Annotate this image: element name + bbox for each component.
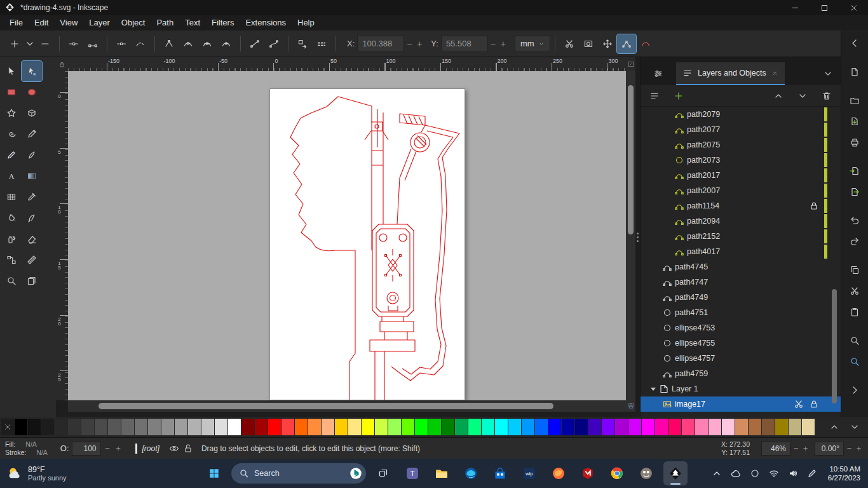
delete-segment-button[interactable] [131, 34, 150, 53]
tool-pages[interactable] [22, 271, 42, 291]
artwork-drawing[interactable] [270, 89, 466, 400]
layer-lock-icon[interactable] [181, 442, 195, 456]
swatch-282828[interactable] [55, 419, 67, 435]
swatch-0000a0[interactable] [562, 419, 574, 435]
swatch-ffcc00[interactable] [335, 419, 348, 435]
close-button[interactable] [839, 0, 868, 15]
taskbar-app-firefox[interactable] [546, 461, 571, 485]
swatch-0099ff[interactable] [522, 419, 534, 435]
display-properties-tab[interactable] [641, 62, 676, 85]
stroke-to-path-button[interactable] [312, 34, 331, 53]
zoom-page-button[interactable] [846, 353, 864, 370]
layer-row-ellipse4757[interactable]: ellipse4757 [641, 351, 841, 366]
layer-row-path4759[interactable]: path4759 [641, 366, 841, 381]
taskbar-app-task-view[interactable] [371, 461, 395, 485]
swatch-008000[interactable] [442, 419, 454, 435]
weather-widget[interactable]: 89°F Partly sunny [0, 465, 95, 482]
new-document-button[interactable] [846, 63, 864, 81]
swatch-00ccff[interactable] [508, 419, 521, 435]
tool-ellipse[interactable] [22, 82, 42, 102]
taskbar-app-edge[interactable] [459, 461, 483, 485]
import-image-button[interactable] [846, 162, 864, 180]
swatch-4000bf[interactable] [588, 419, 601, 435]
tool-text[interactable]: A [1, 166, 22, 186]
swatch-0066ff[interactable] [535, 419, 548, 435]
fill-stroke-indicator[interactable]: Fill:N/A Stroke:N/A [5, 440, 48, 457]
opacity-field[interactable]: 100 [72, 442, 101, 456]
ruler-lock-icon[interactable] [56, 57, 68, 71]
layer-row-ellipse4755[interactable]: ellipse4755 [641, 336, 841, 351]
layer-row-path4745[interactable]: path4745 [641, 259, 841, 274]
show-bezier-handles-button[interactable] [617, 34, 636, 53]
swatch-99ff55[interactable] [388, 419, 401, 435]
layer-row-path2017[interactable]: path2017 [641, 168, 841, 183]
swatch-aa6b3f[interactable] [749, 419, 761, 435]
menu-edit[interactable]: Edit [29, 15, 54, 30]
swatch-805533[interactable] [762, 419, 775, 435]
horizontal-ruler[interactable]: -150-100-50050100150200250300 [68, 57, 626, 71]
tool-node[interactable] [22, 61, 42, 81]
swatch-ffe680[interactable] [348, 419, 361, 435]
tool-pen[interactable] [1, 145, 22, 165]
clip-icon[interactable] [794, 399, 804, 409]
swatch-575757[interactable] [108, 419, 121, 435]
opacity-increase-button[interactable]: + [114, 444, 123, 453]
minimize-button[interactable] [780, 0, 810, 15]
line-segment-button[interactable] [245, 34, 264, 53]
menu-file[interactable]: File [4, 15, 29, 30]
save-document-button[interactable] [846, 112, 864, 130]
dock-menu-button[interactable] [815, 62, 841, 85]
curve-segment-button[interactable] [264, 34, 283, 53]
units-dropdown[interactable]: mm [515, 36, 550, 52]
rotation-increase-button[interactable]: + [855, 444, 863, 453]
swatch-ff80b3[interactable] [695, 419, 708, 435]
rotation-decrease-button[interactable]: − [845, 444, 853, 453]
layer-row-path2077[interactable]: path2077 [641, 122, 841, 137]
y-coordinate-decrease-button[interactable]: − [488, 39, 498, 49]
swatch-000080[interactable] [575, 419, 588, 435]
swatch-9e9e9e[interactable] [175, 419, 187, 435]
tool-dropper[interactable] [22, 187, 42, 207]
layer-row-ellipse4753[interactable]: ellipse4753 [641, 320, 841, 336]
swatch-ffff00[interactable] [362, 419, 374, 435]
ruler-corner-button[interactable] [626, 57, 635, 71]
zoom-decrease-button[interactable]: − [792, 444, 800, 453]
menu-layer[interactable]: Layer [83, 15, 116, 30]
swatch-ffffff[interactable] [228, 419, 241, 435]
tool-tweak[interactable] [22, 208, 42, 228]
swatch-717171[interactable] [135, 419, 147, 435]
panel-resize-grip[interactable] [635, 229, 640, 245]
swatch-aa00d4[interactable] [615, 419, 628, 435]
tab-layers-and-objects[interactable]: Layers and Objects [676, 62, 785, 85]
swatch-b1b1b1[interactable] [188, 419, 201, 435]
swatch-ff8c3a[interactable] [308, 419, 321, 435]
swatch-ff0000[interactable] [268, 419, 281, 435]
delete-item-button[interactable] [819, 88, 834, 104]
swatch-dedede[interactable] [215, 419, 227, 435]
insert-node-menu-button[interactable] [24, 34, 36, 53]
menu-extensions[interactable]: Extensions [240, 15, 292, 30]
tool-mesh[interactable] [1, 187, 22, 207]
tool-gradient[interactable] [22, 166, 42, 186]
layer-row-Layer 1[interactable]: Layer 1 [641, 381, 841, 396]
swatch-ff4040[interactable] [281, 419, 294, 435]
swatch-c5c5c5[interactable] [201, 419, 214, 435]
tray-tray-chevron-icon[interactable] [709, 464, 725, 483]
zoom-drawing-button[interactable] [846, 332, 864, 349]
swatch-d38d5f[interactable] [735, 419, 748, 435]
opacity-decrease-button[interactable]: − [104, 444, 112, 453]
move-up-button[interactable] [771, 88, 786, 104]
add-layer-button[interactable] [671, 88, 686, 104]
swatch-ff00aa[interactable] [655, 419, 668, 435]
collapse-snap-toolbar-button[interactable] [846, 34, 864, 52]
layer-row-path2007[interactable]: path2007 [641, 183, 841, 198]
taskbar-app-store[interactable] [488, 461, 512, 485]
swatch-00ff00[interactable] [415, 419, 428, 435]
swatch-ff00ff[interactable] [642, 419, 654, 435]
swatch-ff0066[interactable] [668, 419, 681, 435]
zoom-increase-button[interactable]: + [801, 444, 810, 453]
y-coordinate-increase-button[interactable]: + [498, 39, 508, 49]
horizontal-scrollbar-thumb[interactable] [98, 403, 553, 409]
swatch-7f7f7f[interactable] [148, 419, 161, 435]
swatch-ccff42[interactable] [375, 419, 388, 435]
